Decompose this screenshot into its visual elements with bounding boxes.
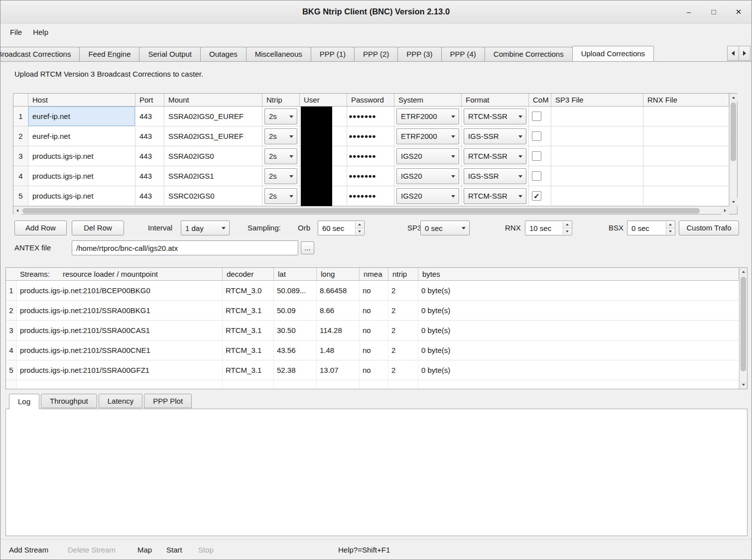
tab-throughput[interactable]: Throughput — [41, 394, 97, 408]
tab-latency[interactable]: Latency — [99, 394, 143, 408]
orb-spinner[interactable]: 60 sec — [318, 221, 365, 235]
ntrip-select[interactable]: 2s — [264, 128, 297, 144]
cell-long[interactable]: 1.48 — [317, 340, 360, 360]
scroll-down-button[interactable] — [730, 198, 738, 206]
row-header[interactable]: 5 — [6, 360, 17, 380]
antex-file-input[interactable] — [72, 240, 298, 255]
spin-down-button[interactable] — [563, 228, 571, 235]
start-button[interactable]: Start — [166, 540, 182, 560]
scroll-right-button[interactable] — [721, 207, 729, 215]
cell-ntrip[interactable]: 2 — [388, 340, 418, 360]
scroll-thumb[interactable] — [741, 277, 746, 371]
cell-port[interactable]: 443 — [135, 107, 164, 126]
cell-sp3-file[interactable] — [551, 126, 643, 146]
cell-host[interactable]: products.igs-ip.net — [28, 146, 135, 166]
format-select[interactable]: IGS-SSR — [464, 168, 526, 184]
cell-resource[interactable]: products.igs-ip.net:2101/SSRA00BKG1 — [17, 301, 223, 321]
cell-mount[interactable]: SSRA02IGS1_EUREF — [164, 126, 262, 146]
scroll-left-button[interactable] — [13, 207, 21, 215]
cell-bytes[interactable]: 0 byte(s) — [418, 360, 739, 380]
cell-nmea[interactable]: no — [360, 301, 388, 321]
add-row-button[interactable]: Add Row — [14, 221, 67, 235]
com-checkbox[interactable] — [532, 151, 541, 161]
cell-rnx-file[interactable] — [643, 107, 729, 126]
cell-decoder[interactable]: RTCM_3.1 — [223, 321, 274, 340]
scroll-down-button[interactable] — [740, 381, 748, 389]
cell-decoder[interactable]: RTCM_3.1 — [223, 340, 274, 360]
cell-rnx-file[interactable] — [643, 146, 729, 166]
spin-down-button[interactable] — [666, 228, 674, 235]
cell-sp3-file[interactable] — [551, 166, 643, 186]
tab-combine-corrections[interactable]: Combine Corrections — [485, 47, 573, 61]
cell-resource[interactable]: products.igs-ip.net:2101/BCEP00BKG0 — [17, 281, 223, 301]
scroll-up-button[interactable] — [740, 268, 748, 276]
format-select[interactable]: RTCM-SSR — [464, 148, 526, 164]
row-header[interactable]: 1 — [13, 107, 28, 126]
cell-port[interactable]: 443 — [135, 166, 164, 186]
cell-host[interactable]: products.igs-ip.net — [28, 186, 135, 206]
row-header[interactable]: 3 — [6, 321, 17, 340]
cell-resource[interactable]: products.igs-ip.net:2101/SSRA00CAS1 — [17, 321, 223, 340]
com-checkbox[interactable] — [532, 112, 541, 121]
cell-nmea[interactable]: no — [360, 281, 388, 301]
row-header[interactable]: 2 — [13, 126, 28, 146]
interval-select[interactable]: 1 day — [181, 221, 230, 235]
com-checkbox[interactable]: ✓ — [532, 191, 541, 201]
cell-lat[interactable]: 43.56 — [274, 340, 317, 360]
cell-decoder[interactable]: RTCM_3.1 — [223, 360, 274, 380]
com-checkbox[interactable] — [532, 131, 541, 141]
map-button[interactable]: Map — [137, 540, 152, 560]
rnx-spinner[interactable]: 10 sec — [525, 221, 572, 235]
tab-ppp-1[interactable]: PPP (1) — [311, 47, 355, 61]
cell-host[interactable]: products.igs-ip.net — [28, 166, 135, 186]
cell-port[interactable]: 443 — [135, 146, 164, 166]
cell-mount[interactable]: SSRA02IGS0 — [164, 146, 262, 166]
spin-up-button[interactable] — [356, 222, 364, 228]
tab-ppp-2[interactable]: PPP (2) — [354, 47, 398, 61]
scroll-thumb[interactable] — [731, 103, 736, 161]
system-select[interactable]: IGS20 — [396, 168, 459, 184]
row-header[interactable]: 4 — [6, 340, 17, 360]
cell-sp3-file[interactable] — [551, 107, 643, 126]
cell-password[interactable]: ●●●●●●● — [347, 146, 394, 166]
cell-rnx-file[interactable] — [643, 166, 729, 186]
ntrip-select[interactable]: 2s — [264, 168, 297, 184]
cell-ntrip[interactable]: 2 — [388, 321, 418, 340]
horizontal-scrollbar[interactable] — [13, 206, 729, 214]
system-select[interactable]: IGS20 — [396, 188, 459, 204]
bsx-spinner[interactable]: 0 sec — [627, 221, 675, 235]
tab-ppp-4[interactable]: PPP (4) — [441, 47, 485, 61]
cell-password[interactable]: ●●●●●●● — [347, 107, 394, 126]
cell-host[interactable]: euref-ip.net — [28, 107, 135, 126]
tab-miscellaneous[interactable]: Miscellaneous — [246, 47, 311, 61]
cell-rnx-file[interactable] — [643, 126, 729, 146]
tab-serial-output[interactable]: Serial Output — [139, 47, 201, 61]
cell-resource[interactable]: products.igs-ip.net:2101/SSRA00CNE1 — [17, 340, 223, 360]
log-output[interactable] — [5, 409, 748, 536]
format-select[interactable]: RTCM-SSR — [464, 188, 526, 204]
cell-ntrip[interactable]: 2 — [388, 281, 418, 301]
cell-bytes[interactable]: 0 byte(s) — [418, 281, 739, 301]
minimize-button[interactable]: – — [683, 6, 695, 18]
cell-mount[interactable]: SSRA02IGS1 — [164, 166, 262, 186]
cell-nmea[interactable]: no — [360, 360, 388, 380]
cell-long[interactable]: 8.66458 — [317, 281, 360, 301]
cell-password[interactable]: ●●●●●●● — [347, 186, 394, 206]
del-row-button[interactable]: Del Row — [72, 221, 124, 235]
cell-long[interactable]: 13.07 — [317, 360, 360, 380]
delete-stream-button[interactable]: Delete Stream — [68, 540, 116, 560]
cell-mount[interactable]: SSRC02IGS0 — [164, 186, 262, 206]
cell-nmea[interactable]: no — [360, 321, 388, 340]
vertical-scrollbar[interactable] — [739, 268, 747, 389]
cell-rnx-file[interactable] — [643, 186, 729, 206]
scroll-up-button[interactable] — [730, 94, 738, 102]
row-header[interactable]: 1 — [6, 281, 17, 301]
cell-nmea[interactable]: no — [360, 340, 388, 360]
row-header[interactable]: 4 — [13, 166, 28, 186]
system-select[interactable]: IGS20 — [396, 148, 459, 164]
tab-scroll-right-button[interactable] — [739, 46, 751, 61]
sp3-select[interactable]: 0 sec — [420, 221, 470, 235]
tab-outages[interactable]: Outages — [200, 47, 247, 61]
cell-resource[interactable]: products.igs-ip.net:2101/SSRA00GFZ1 — [17, 360, 223, 380]
tab-feed-engine[interactable]: Feed Engine — [79, 47, 139, 61]
